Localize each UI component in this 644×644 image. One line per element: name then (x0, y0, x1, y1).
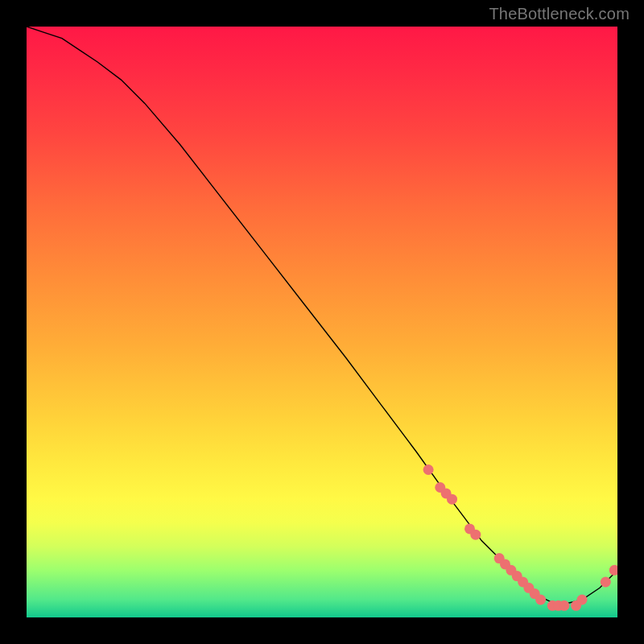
chart-container: TheBottleneck.com (0, 0, 644, 644)
plot-area (27, 27, 617, 617)
attribution-text: TheBottleneck.com (489, 5, 630, 23)
